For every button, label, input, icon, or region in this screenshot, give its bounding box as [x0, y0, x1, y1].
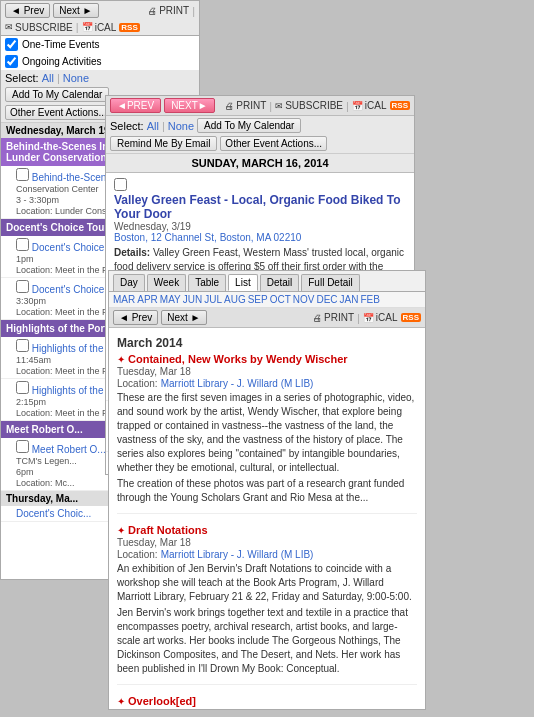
- month-nov[interactable]: NOV: [293, 294, 315, 305]
- thursday-event-title[interactable]: Docent's Choic...: [16, 508, 91, 519]
- front-event-2-date: Tuesday, Mar 18: [117, 537, 191, 548]
- one-time-checkbox[interactable]: [5, 38, 18, 51]
- front-print-icon[interactable]: PRINT: [313, 312, 354, 323]
- mid-date-text: SUNDAY, MARCH 16, 2014: [191, 157, 328, 169]
- one-time-label: One-Time Events: [22, 39, 99, 50]
- mid-add-calendar-button[interactable]: Add To My Calendar: [197, 118, 301, 133]
- add-calendar-button[interactable]: Add To My Calendar: [5, 87, 109, 102]
- front-toolbar: ◄ Prev Next ► PRINT | iCAL RSS: [109, 308, 425, 328]
- month-feb[interactable]: FEB: [360, 294, 379, 305]
- front-event-2: ✦ Draft Notations Tuesday, Mar 18 Locati…: [117, 524, 417, 685]
- mid-prev-button[interactable]: ◄PREV: [110, 98, 161, 113]
- mid-print-icon[interactable]: PRINT: [225, 100, 266, 111]
- mid-ical-icon[interactable]: iCAL: [352, 100, 387, 111]
- ongoing-checkbox[interactable]: [5, 55, 18, 68]
- front-event-1-title[interactable]: Contained, New Works by Wendy Wischer: [128, 353, 348, 365]
- select-none-link[interactable]: None: [63, 72, 89, 84]
- back-ongoing-row: Ongoing Activities: [1, 53, 199, 70]
- front-prev-button[interactable]: ◄ Prev: [113, 310, 158, 325]
- event-1-loc2: Location: Lunder Conse...: [16, 206, 119, 216]
- mid-select-none[interactable]: None: [168, 120, 194, 132]
- front-event-3: ✦ Overlook[ed] Tuesday, Mar 18 Location:…: [117, 695, 417, 708]
- event-checkmark-2: ✦: [117, 525, 125, 536]
- event-6-title[interactable]: Meet Robert O...: [32, 444, 106, 455]
- tab-table[interactable]: Table: [188, 274, 226, 291]
- mid-next-button[interactable]: NEXT►: [164, 98, 215, 113]
- mid-other-button[interactable]: Other Event Actions...: [220, 136, 327, 151]
- mid-remind-button[interactable]: Remind Me By Email: [110, 136, 217, 151]
- front-event-1-location[interactable]: Marriott Library - J. Willard (M LIB): [161, 378, 314, 389]
- mid-details-label: Details:: [114, 247, 150, 258]
- event-6-loc: 6pm: [16, 467, 34, 477]
- month-jun[interactable]: JUN: [183, 294, 202, 305]
- mid-event-1-dateline: Wednesday, 3/19: [114, 221, 406, 232]
- back-toolbar: ◄ Prev Next ► PRINT | SUBSCRIBE | iCAL R…: [1, 1, 199, 36]
- back-rss-icon[interactable]: RSS: [119, 23, 139, 32]
- front-ical-icon[interactable]: iCAL: [363, 312, 398, 323]
- event-6-checkbox[interactable]: [16, 440, 29, 453]
- month-sep[interactable]: SEP: [248, 294, 268, 305]
- event-4-checkbox[interactable]: [16, 339, 29, 352]
- front-event-1-desc2: The creation of these photos was part of…: [117, 477, 417, 505]
- month-aug[interactable]: AUG: [224, 294, 246, 305]
- month-nav: MAR APR MAY JUN JUL AUG SEP OCT NOV DEC …: [109, 292, 425, 308]
- select-all-link[interactable]: All: [42, 72, 54, 84]
- mid-select-all[interactable]: All: [147, 120, 159, 132]
- mid-event-1-address-link[interactable]: Boston, 12 Channel St, Boston, MA 02210: [114, 232, 301, 243]
- tab-full-detail[interactable]: Full Detail: [301, 274, 359, 291]
- back-checkbox-row: One-Time Events: [1, 36, 199, 53]
- front-event-1-loc-label: Location:: [117, 378, 158, 389]
- front-month-title: March 2014: [117, 333, 417, 353]
- month-may[interactable]: MAY: [160, 294, 181, 305]
- month-jan[interactable]: JAN: [340, 294, 359, 305]
- front-event-2-title[interactable]: Draft Notations: [128, 524, 207, 536]
- event-2-checkbox[interactable]: [16, 238, 29, 251]
- back-prev-button[interactable]: ◄ Prev: [5, 3, 50, 18]
- front-next-button[interactable]: Next ►: [161, 310, 206, 325]
- mid-event-1-address: Boston, 12 Channel St, Boston, MA 02210: [114, 232, 406, 243]
- ongoing-label: Ongoing Activities: [22, 56, 102, 67]
- event-6-time: TCM's Legen...: [16, 456, 77, 466]
- mid-event-1-checkbox[interactable]: [114, 178, 127, 191]
- event-4-time: 11:45am: [16, 355, 51, 365]
- back-next-button[interactable]: Next ►: [53, 3, 98, 18]
- mid-subscribe-icon[interactable]: SUBSCRIBE: [275, 100, 343, 111]
- front-event-3-title[interactable]: Overlook[ed]: [128, 695, 196, 707]
- event-1-location: 3 - 3:30pm: [16, 195, 59, 205]
- other-actions-button[interactable]: Other Event Actions...: [5, 105, 112, 120]
- mid-rss-icon[interactable]: RSS: [390, 101, 410, 110]
- front-event-1-desc: These are the first seven images in a se…: [117, 391, 417, 475]
- event-6-loc2: Location: Mc...: [16, 478, 75, 488]
- front-event-2-desc: An exhibition of Jen Bervin's Draft Nota…: [117, 562, 417, 604]
- tab-week[interactable]: Week: [147, 274, 186, 291]
- event-5-checkbox[interactable]: [16, 381, 29, 394]
- tab-detail[interactable]: Detail: [260, 274, 300, 291]
- month-dec[interactable]: DEC: [316, 294, 337, 305]
- front-event-2-desc2: Jen Bervin's work brings together text a…: [117, 606, 417, 676]
- mid-select-row: Select: All | None Add To My Calendar Re…: [106, 116, 414, 154]
- month-oct[interactable]: OCT: [270, 294, 291, 305]
- month-jul[interactable]: JUL: [204, 294, 222, 305]
- event-3-checkbox[interactable]: [16, 280, 29, 293]
- event-1-checkbox[interactable]: [16, 168, 29, 181]
- event-checkmark-1: ✦: [117, 354, 125, 365]
- mid-event-1-title[interactable]: Valley Green Feast - Local, Organic Food…: [114, 193, 406, 221]
- front-event-1: ✦ Contained, New Works by Wendy Wischer …: [117, 353, 417, 514]
- event-checkmark-3: ✦: [117, 696, 125, 707]
- front-tabs: Day Week Table List Detail Full Detail: [109, 271, 425, 292]
- mid-toolbar: ◄PREV NEXT► PRINT | SUBSCRIBE | iCAL RSS: [106, 96, 414, 116]
- event-3-time: 3:30pm: [16, 296, 46, 306]
- front-rss-icon[interactable]: RSS: [401, 313, 421, 322]
- back-subscribe-icon[interactable]: SUBSCRIBE: [5, 22, 73, 33]
- tab-list[interactable]: List: [228, 274, 258, 291]
- back-ical-icon[interactable]: iCAL: [82, 22, 117, 33]
- front-event-2-location[interactable]: Marriott Library - J. Willard (M LIB): [161, 549, 314, 560]
- front-event-1-date: Tuesday, Mar 18: [117, 366, 191, 377]
- back-print-icon[interactable]: PRINT: [148, 5, 189, 16]
- section-4-title[interactable]: Meet Robert O...: [6, 424, 83, 435]
- tab-day[interactable]: Day: [113, 274, 145, 291]
- event-5-time: 2:15pm: [16, 397, 46, 407]
- month-apr[interactable]: APR: [137, 294, 158, 305]
- month-mar[interactable]: MAR: [113, 294, 135, 305]
- front-content: March 2014 ✦ Contained, New Works by Wen…: [109, 328, 425, 708]
